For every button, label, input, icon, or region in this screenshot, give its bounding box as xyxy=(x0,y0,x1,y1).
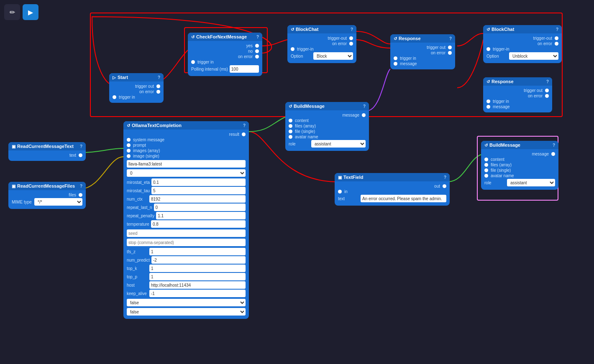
bc2-body: trigger-out on error trigger-in Option U… xyxy=(483,33,562,63)
bc1-option-select[interactable]: Block xyxy=(313,52,353,60)
ollama-temp-input[interactable] xyxy=(151,220,246,228)
node-blockchat2[interactable]: ↺BlockChat ? trigger-out on error trigge… xyxy=(483,25,562,63)
ollama-field-repeatlastn[interactable]: repeat_last_n xyxy=(127,204,246,211)
ollama-numctx-input[interactable] xyxy=(149,195,246,203)
bm2-port-filesingle: file (single) xyxy=(484,168,555,173)
bc2-field-option[interactable]: Option Unblock xyxy=(486,52,558,60)
bm2-port-message: message xyxy=(484,152,555,156)
ollama-tfsz-input[interactable] xyxy=(149,248,246,255)
r1-help[interactable]: ? xyxy=(449,36,452,41)
r1-title: Response xyxy=(399,36,421,41)
readfiles-field-mimetype[interactable]: MIME type */* xyxy=(12,198,82,206)
ollama-raw-select[interactable]: false xyxy=(127,308,246,316)
node-readcurrentmessagefiles[interactable]: ▣ReadCurrentMessageFiles ? files MIME ty… xyxy=(8,182,86,209)
ollama-numpredict-input[interactable] xyxy=(151,256,246,264)
r2-help[interactable]: ? xyxy=(546,79,549,84)
readfiles-body: files MIME type */* xyxy=(8,190,86,209)
ollama-help[interactable]: ? xyxy=(243,123,246,128)
ollama-stop-input[interactable] xyxy=(127,239,246,246)
ollama-host-input[interactable] xyxy=(149,281,246,289)
bc1-field-option[interactable]: Option Block xyxy=(291,52,353,60)
bm1-field-role[interactable]: role assistant xyxy=(289,140,366,148)
bc1-title: BlockChat xyxy=(296,27,318,32)
ollama-field-tau[interactable]: mirostat_tau xyxy=(127,187,246,194)
ollama-keepalive-input[interactable] xyxy=(149,290,246,297)
bc2-option-select[interactable]: Unblock xyxy=(509,52,558,60)
bm2-port-avatarname: avatar name xyxy=(484,173,555,178)
blockchat1-header: ↺BlockChat ? xyxy=(287,25,356,33)
bm1-icon: ↺ xyxy=(289,104,292,109)
ollama-mirostat-select[interactable]: 0 xyxy=(127,169,246,177)
readfiles-title: ReadCurrentMessageFiles xyxy=(17,183,75,188)
node-check[interactable]: ↺CheckForNextMessage ? yes no on error t… xyxy=(188,33,262,76)
ollama-field-host[interactable]: host xyxy=(127,281,246,289)
r1-icon: ↺ xyxy=(394,36,397,41)
start-port-triggerin: trigger in xyxy=(113,95,160,99)
ollama-model-input[interactable] xyxy=(127,160,246,168)
bm1-port-message: message xyxy=(289,113,366,117)
ollama-topp-input[interactable] xyxy=(149,273,246,280)
ollama-field-topk[interactable]: top_k xyxy=(127,265,246,272)
ollama-icon: ↺ xyxy=(127,123,130,128)
bm1-role-select[interactable]: assistant xyxy=(311,140,366,148)
bm2-role-select[interactable]: assistant xyxy=(507,179,555,186)
ollama-field-keepalive[interactable]: keep_alive xyxy=(127,290,246,297)
ollama-topk-input[interactable] xyxy=(149,265,246,272)
edit-button[interactable]: ✏ xyxy=(4,4,20,20)
readfiles-mimetype-select[interactable]: */* xyxy=(34,198,82,206)
node-start[interactable]: ▷Start ? trigger out on error trigger in xyxy=(109,73,164,103)
ollama-tau-input[interactable] xyxy=(151,187,246,194)
check-field-polling[interactable]: Polling interval (ms) xyxy=(191,65,259,73)
tf-body: out in text xyxy=(335,181,450,206)
node-buildmessage1[interactable]: ↺BuildMessage ? message content files (a… xyxy=(285,102,369,151)
check-help[interactable]: ? xyxy=(256,35,259,39)
check-port-triggerin: trigger in xyxy=(191,60,259,64)
ollama-field-numctx[interactable]: num_ctx xyxy=(127,195,246,203)
node-blockchat1[interactable]: ↺BlockChat ? trigger-out on error trigge… xyxy=(287,25,356,63)
node-buildmessage2[interactable]: ↺BuildMessage ? message content files (a… xyxy=(481,141,558,190)
bm2-body: message content files (array) file (sing… xyxy=(481,149,558,190)
ollama-field-tfsz[interactable]: tfs_z xyxy=(127,248,246,255)
ollama-field-temp[interactable]: temperature xyxy=(127,220,246,228)
tf-text-input[interactable] xyxy=(361,195,446,202)
tf-port-out: out xyxy=(338,184,446,188)
ollama-eta-input[interactable] xyxy=(151,178,246,186)
r2-icon: ↺ xyxy=(486,79,490,84)
ollama-port-result: result xyxy=(127,132,246,137)
tf-title: TextField xyxy=(343,175,363,180)
tf-help[interactable]: ? xyxy=(444,175,446,180)
ollama-field-eta[interactable]: mirostat_eta xyxy=(127,178,246,186)
start-help[interactable]: ? xyxy=(158,75,160,80)
bc2-help[interactable]: ? xyxy=(556,27,558,32)
bm1-help[interactable]: ? xyxy=(363,104,366,109)
bc2-port-triggerin: trigger-in xyxy=(486,47,558,51)
node-ollama[interactable]: ↺OllamaTextCompletion ? result system me… xyxy=(123,121,249,319)
ollama-repeatlastn-input[interactable] xyxy=(154,204,246,211)
polling-interval-input[interactable] xyxy=(230,65,259,73)
readfiles-help[interactable]: ? xyxy=(80,184,82,188)
ollama-json-select[interactable]: false xyxy=(127,299,246,306)
r1-port-onerror: on error xyxy=(394,51,452,55)
node-readcurrentmessagetext[interactable]: ▣ReadCurrentMessageText ? text xyxy=(8,142,86,161)
node-textfield[interactable]: ▣TextField ? out in text xyxy=(335,173,450,206)
toolbar: ✏ ▶ xyxy=(4,4,38,20)
bm2-field-role[interactable]: role assistant xyxy=(484,179,555,186)
r1-port-triggerout: trigger out xyxy=(394,45,452,50)
ollama-field-numpredict[interactable]: num_predict xyxy=(127,256,246,264)
ollama-seed-input[interactable] xyxy=(127,229,246,237)
start-body: trigger out on error trigger in xyxy=(109,81,164,103)
start-port-onerror: on error xyxy=(113,89,160,94)
bc1-help[interactable]: ? xyxy=(351,27,353,32)
bm2-help[interactable]: ? xyxy=(553,143,555,148)
ollama-repeatpenalty-input[interactable] xyxy=(156,212,246,219)
tf-field-text[interactable]: text xyxy=(338,195,446,202)
bc1-icon: ↺ xyxy=(291,27,294,32)
readfiles-icon: ▣ xyxy=(12,184,15,188)
ollama-field-topp[interactable]: top_p xyxy=(127,273,246,280)
node-response1[interactable]: ↺Response ? trigger out on error trigger… xyxy=(390,34,455,69)
bc1-port-onerror: on error xyxy=(291,41,353,46)
node-response2[interactable]: ↺Response ? trigger out on error trigger… xyxy=(483,77,552,112)
ollama-field-repeatpenalty[interactable]: repeat_penalty xyxy=(127,212,246,219)
readtext-help[interactable]: ? xyxy=(80,144,82,149)
run-button[interactable]: ▶ xyxy=(23,4,38,20)
